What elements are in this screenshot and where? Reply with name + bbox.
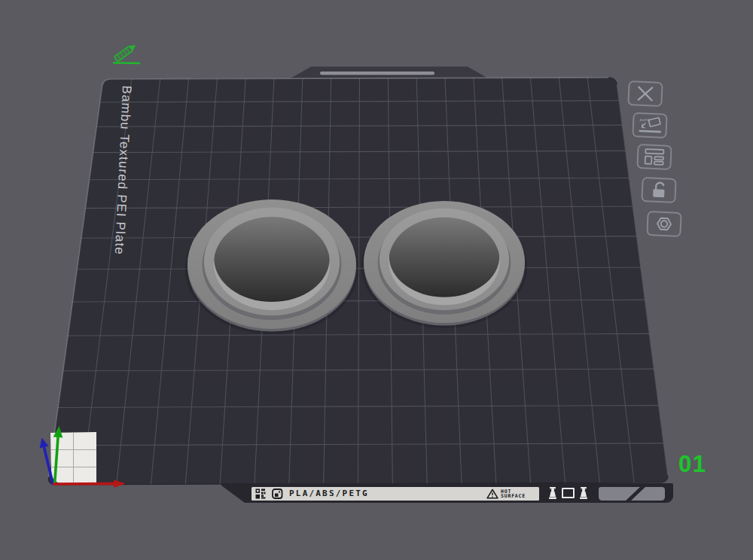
slicer-viewport: Bambu Textured PEI Plate AUTO <box>0 0 753 560</box>
warning-triangle-icon <box>486 488 498 499</box>
prime-square-icon <box>562 488 575 498</box>
plate-materials-text: PLA/ABS/PETG <box>289 488 369 498</box>
hot-surface-warning: HOT SURFACE <box>486 488 535 499</box>
viewport-3d-scene[interactable] <box>0 0 753 560</box>
ring-model-2[interactable] <box>361 201 527 328</box>
wipe-pawn-icon <box>548 486 557 500</box>
wipe-area-shapes <box>597 486 666 501</box>
plate-front-band: PLA/ABS/PETG HOT SURFACE <box>221 483 673 503</box>
hot-surface-line2: SURFACE <box>501 494 526 499</box>
bambu-logo-icon <box>272 488 283 499</box>
pencil-icon <box>113 42 140 63</box>
wipe-pawn-icon <box>579 486 588 500</box>
plate-modified-indicator <box>110 41 143 70</box>
ring-model-1[interactable] <box>185 199 359 334</box>
plate-number-label[interactable]: 01 <box>678 451 706 478</box>
plate-material-badge: PLA/ABS/PETG HOT SURFACE <box>252 487 539 501</box>
plate-band-tools <box>548 486 588 500</box>
qr-code-icon <box>255 488 266 499</box>
plate-tab-slot <box>320 72 434 75</box>
plate-top-tab <box>291 67 488 79</box>
